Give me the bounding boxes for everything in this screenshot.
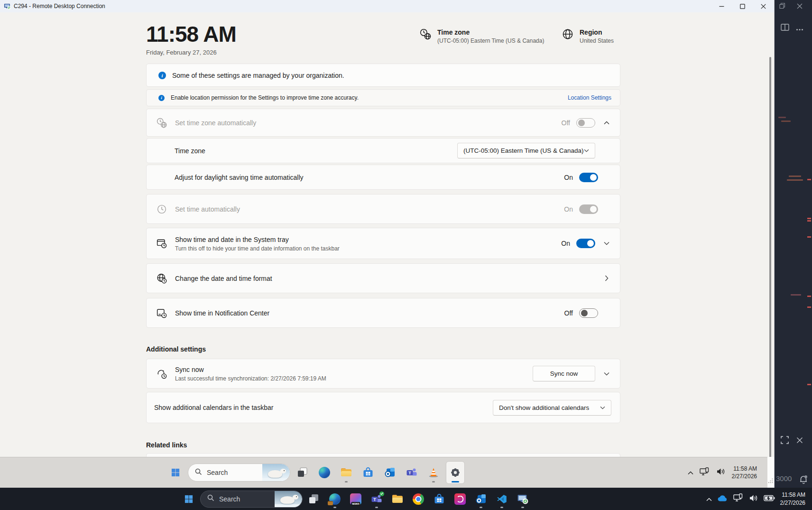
host-file-explorer-icon[interactable] — [388, 489, 407, 510]
restore-window-icon[interactable] — [779, 2, 785, 11]
ruler-mark — [807, 236, 811, 238]
fullscreen-icon[interactable] — [781, 436, 789, 446]
host-start-button[interactable] — [179, 489, 198, 510]
calendars-dropdown-value: Don't show additional calendars — [499, 404, 589, 411]
set-timezone-auto-toggle — [576, 118, 595, 128]
close-window-icon[interactable] — [797, 2, 803, 11]
host-store-icon[interactable] — [430, 489, 449, 510]
file-explorer-icon[interactable] — [337, 461, 356, 484]
notification-center-toggle[interactable] — [579, 308, 598, 318]
remote-desktop-app-icon[interactable] — [513, 489, 532, 510]
timezone-auto-icon — [157, 118, 167, 128]
region-value: United States — [580, 37, 614, 44]
vertical-scrollbar[interactable] — [769, 57, 771, 474]
edge-icon[interactable] — [315, 461, 334, 484]
chevron-down-icon — [584, 149, 589, 152]
chrome-icon[interactable] — [409, 489, 428, 510]
tray-chevron-up-icon[interactable] — [706, 495, 712, 503]
panel-overlay-controls — [775, 436, 812, 446]
battery-charging-icon[interactable] — [764, 495, 775, 503]
tray-chevron-up-icon[interactable] — [688, 468, 693, 477]
host-tray-clock[interactable]: 11:58 AM 2/27/2026 — [780, 491, 805, 506]
volume-icon[interactable] — [749, 494, 758, 504]
resize-grip[interactable] — [768, 477, 774, 485]
toggle-state-label: Off — [562, 119, 570, 127]
search-input[interactable]: Search — [188, 464, 290, 482]
status-available-icon — [379, 491, 384, 496]
host-taskbar: Search M365 T — [0, 488, 812, 510]
chevron-right-icon — [602, 275, 611, 281]
vlc-icon[interactable] — [424, 461, 443, 484]
host-task-view-button[interactable] — [304, 489, 323, 510]
chevron-down-icon[interactable] — [602, 372, 611, 376]
calendars-dropdown[interactable]: Don't show additional calendars — [493, 400, 611, 416]
microsoft-store-icon[interactable] — [359, 461, 378, 484]
daylight-saving-row: Adjust for daylight saving time automati… — [146, 165, 620, 190]
row-label: Time zone — [175, 147, 205, 155]
additional-calendars-row: Show additional calendars in the taskbar… — [146, 392, 620, 423]
remote-taskbar-apps: Search — [166, 457, 465, 488]
format-globe-clock-icon — [157, 273, 167, 284]
timezone-dropdown[interactable]: (UTC-05:00) Eastern Time (US & Canada) — [457, 143, 595, 158]
current-date: Friday, February 27, 2026 — [146, 49, 236, 56]
editor-toolbar — [781, 24, 803, 33]
row-label: Set time zone automatically — [175, 119, 256, 127]
code-window-titlebar — [775, 0, 812, 13]
more-actions-icon[interactable] — [796, 24, 803, 33]
search-highlight-image — [262, 464, 290, 481]
host-edge-work-icon[interactable] — [325, 489, 344, 510]
host-teams-icon[interactable]: T — [367, 489, 386, 510]
chevron-up-icon[interactable] — [602, 121, 611, 125]
screen: 3000 — [0, 0, 812, 510]
close-button[interactable] — [753, 0, 774, 12]
window-title: C294 - Remote Desktop Connection — [14, 3, 105, 9]
sync-icon — [157, 369, 167, 379]
sync-now-button[interactable]: Sync now — [533, 366, 595, 381]
clipchamp-icon[interactable] — [451, 489, 470, 510]
start-button[interactable] — [166, 461, 185, 484]
settings-date-time-page: 11:58 AM Friday, February 27, 2026 Time — [0, 12, 775, 457]
row-label: Adjust for daylight saving time automati… — [175, 174, 304, 181]
host-outlook-icon[interactable] — [471, 489, 490, 510]
remote-system-tray: 11:58 AM 2/27/2026 — [688, 457, 757, 488]
row-label: Show additional calendars in the taskbar — [154, 404, 273, 411]
change-format-row[interactable]: Change the date and time format — [146, 263, 620, 293]
ruler-mark — [807, 306, 811, 308]
tray-clock[interactable]: 11:58 AM 2/27/2026 — [732, 465, 757, 480]
timezone-summary: Time zone (UTC-05:00) Eastern Time (US &… — [420, 28, 544, 44]
daylight-saving-toggle[interactable] — [579, 173, 598, 182]
region-title: Region — [580, 28, 614, 36]
titlebar-left: C294 - Remote Desktop Connection — [0, 3, 105, 10]
maximize-button[interactable] — [732, 0, 753, 12]
host-taskbar-apps: Search M365 T — [179, 488, 532, 510]
split-editor-icon[interactable] — [781, 24, 789, 33]
additional-settings-heading: Additional settings — [146, 345, 206, 353]
network-icon[interactable] — [733, 493, 744, 504]
network-icon[interactable] — [700, 467, 710, 478]
active-app-indicator — [452, 481, 459, 482]
timezone-dropdown-value: (UTC-05:00) Eastern Time (US & Canada) — [463, 147, 584, 154]
vscode-icon[interactable] — [492, 489, 511, 510]
row-label: Show time and date in the System tray — [175, 236, 289, 243]
toggle-state-label: On — [564, 205, 573, 213]
set-timezone-auto-row[interactable]: Set time zone automatically Off — [146, 109, 620, 137]
ruler-mark — [807, 179, 811, 180]
notification-bell-icon[interactable] — [799, 474, 808, 487]
location-settings-link[interactable]: Location Settings — [568, 94, 611, 101]
chevron-down-icon[interactable] — [602, 241, 611, 245]
port-number: 3000 — [776, 474, 792, 482]
last-sync-text: Last successful time synchronization: 2/… — [175, 375, 533, 382]
remote-taskbar: Search — [0, 457, 767, 488]
m365-copilot-icon[interactable]: M365 — [346, 489, 365, 510]
settings-icon-active[interactable] — [446, 461, 465, 484]
minimize-button[interactable] — [711, 0, 732, 12]
close-overlay-icon[interactable] — [796, 437, 803, 445]
system-tray-time-toggle[interactable] — [576, 239, 595, 248]
teams-icon[interactable]: T — [402, 461, 421, 484]
outlook-icon[interactable] — [380, 461, 399, 484]
onedrive-icon[interactable] — [717, 494, 728, 503]
host-search-input[interactable]: Search — [200, 491, 303, 508]
task-view-button[interactable] — [293, 461, 312, 484]
volume-icon[interactable] — [716, 468, 726, 477]
system-tray-time-row[interactable]: Show time and date in the System tray Tu… — [146, 228, 620, 259]
